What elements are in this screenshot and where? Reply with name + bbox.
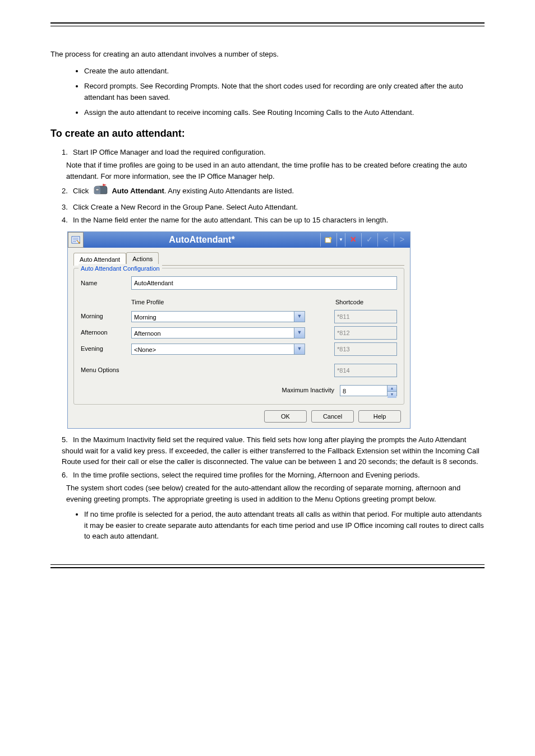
step-3: 3.Click Create a New Record in the Group… — [62, 202, 485, 213]
evening-profile-value: <None> — [132, 344, 294, 354]
autoattendant-dialog: AutoAttendant* ▼ ✕ ✓ < > Auto Attendant … — [67, 231, 411, 429]
chevron-down-icon[interactable]: ▼ — [294, 328, 305, 338]
max-inactivity-spinner[interactable]: 8 ▲ ▼ — [340, 385, 397, 396]
step6-bullet-list: If no time profile is selected for a per… — [84, 509, 485, 542]
timeprofile-header: Time Profile — [131, 298, 311, 307]
prev-icon[interactable]: < — [377, 233, 394, 247]
menu-options-shortcode — [334, 364, 397, 377]
app-icon — [68, 232, 84, 248]
step2-prefix: Click — [73, 187, 91, 195]
menu-options-label: Menu Options — [81, 365, 119, 375]
titlebar: AutoAttendant* ▼ ✕ ✓ < > — [68, 232, 410, 248]
afternoon-label: Afternoon — [81, 328, 131, 337]
tab-actions[interactable]: Actions — [126, 252, 159, 266]
footer-rule — [50, 564, 485, 568]
step2-mid: Auto Attendant — [112, 187, 164, 195]
step4-text: In the Name field enter the name for the… — [73, 216, 388, 224]
spinner-down-icon[interactable]: ▼ — [388, 392, 396, 398]
max-inactivity-value: 8 — [340, 386, 387, 396]
step-2: 2.Click Auto Attendant. Any existing Aut… — [62, 184, 485, 200]
check-icon[interactable]: ✓ — [361, 233, 377, 247]
morning-profile-combo[interactable]: Morning ▼ — [131, 311, 305, 322]
intro-bullet-list: Create the auto attendant. Record prompt… — [84, 66, 485, 118]
config-groupbox: Auto Attendant Configuration Name Time P… — [73, 268, 404, 405]
titlebar-buttons: ▼ ✕ ✓ < > — [320, 232, 410, 248]
intro-bullet-2: Record prompts. See Recording Prompts. N… — [84, 81, 485, 103]
header-rule — [50, 22, 485, 26]
max-inactivity-label: Maximum Inactivity — [282, 386, 334, 395]
step-5: 5.In the Maximum Inactivity field set th… — [62, 434, 485, 467]
morning-label: Morning — [81, 312, 131, 321]
intro-bullet-1: Create the auto attendant. — [84, 66, 485, 77]
cancel-button[interactable]: Cancel — [311, 410, 354, 423]
afternoon-profile-combo[interactable]: Afternoon ▼ — [131, 327, 305, 338]
name-input[interactable] — [131, 276, 397, 290]
intro-bullet-3: Assign the auto attendant to receive inc… — [84, 107, 485, 118]
chevron-down-icon[interactable]: ▼ — [294, 312, 305, 322]
step5-text: In the Maximum Inactivity field set the … — [62, 435, 479, 466]
step-6: 6.In the time profile sections, select t… — [62, 470, 485, 481]
morning-shortcode — [334, 310, 397, 323]
section-heading: To create an auto attendant: — [50, 126, 485, 141]
svg-rect-0 — [96, 189, 99, 191]
step-1: 1.Start IP Office Manager and load the r… — [62, 147, 485, 158]
delete-icon[interactable]: ✕ — [345, 233, 361, 247]
dropdown-arrow-icon[interactable]: ▼ — [336, 233, 345, 247]
intro-paragraph: The process for creating an auto attenda… — [50, 49, 485, 60]
step1-text: Start IP Office Manager and load the req… — [73, 148, 266, 156]
evening-label: Evening — [81, 344, 131, 354]
chevron-down-icon[interactable]: ▼ — [294, 344, 305, 354]
mailbox-icon — [93, 184, 108, 200]
groupbox-title: Auto Attendant Configuration — [79, 264, 162, 273]
step-4: 4.In the Name field enter the name for t… — [62, 215, 485, 226]
step1-note: Note that if time profiles are going to … — [66, 160, 485, 182]
ok-button[interactable]: OK — [264, 410, 307, 423]
evening-shortcode — [334, 342, 397, 356]
step6-text: In the time profile sections, select the… — [73, 471, 420, 479]
afternoon-shortcode — [334, 326, 397, 340]
morning-profile-value: Morning — [132, 312, 294, 322]
svg-marker-2 — [103, 184, 107, 186]
step3-text: Click Create a New Record in the Group P… — [73, 203, 298, 211]
new-record-icon[interactable] — [320, 233, 336, 247]
step6-sub: The system short codes (see below) creat… — [66, 483, 485, 504]
dialog-title: AutoAttendant* — [84, 233, 320, 247]
evening-profile-combo[interactable]: <None> ▼ — [131, 344, 305, 355]
step6-bullet: If no time profile is selected for a per… — [84, 509, 485, 542]
afternoon-profile-value: Afternoon — [132, 328, 294, 338]
shortcode-header: Shortcode — [335, 298, 397, 307]
name-label: Name — [81, 279, 131, 288]
help-button[interactable]: Help — [358, 410, 401, 423]
step2-suffix: . Any existing Auto Attendants are liste… — [164, 187, 294, 195]
spinner-up-icon[interactable]: ▲ — [388, 386, 396, 392]
next-icon[interactable]: > — [394, 233, 410, 247]
